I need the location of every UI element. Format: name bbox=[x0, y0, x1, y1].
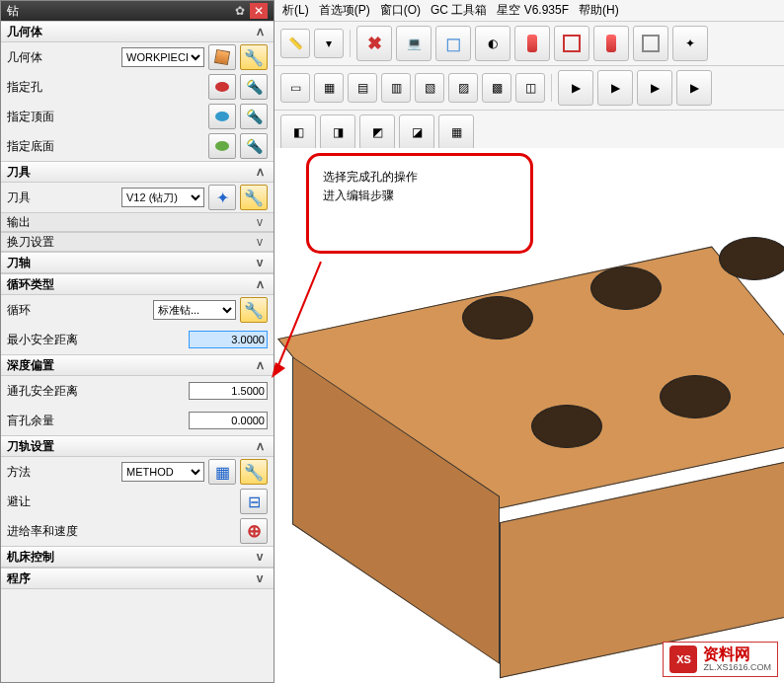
tb2-h-icon[interactable]: ◫ bbox=[515, 73, 545, 103]
fit-view-icon[interactable]: ✖ bbox=[356, 26, 392, 61]
specify-topface-flash-button[interactable]: 🔦 bbox=[240, 104, 268, 129]
row-through-safe: 通孔安全距离 bbox=[1, 376, 274, 406]
section-program-label: 程序 bbox=[7, 570, 31, 587]
specify-topface-icon[interactable] bbox=[208, 104, 236, 129]
row-cycle: 循环 标准钻... 🔧 bbox=[1, 295, 274, 325]
specify-botface-flash-button[interactable]: 🔦 bbox=[240, 133, 268, 159]
specify-hole-icon[interactable] bbox=[208, 74, 236, 100]
row-toolchange[interactable]: 换刀设置 v bbox=[1, 232, 274, 252]
tb3-a-icon[interactable]: ◧ bbox=[280, 114, 316, 150]
section-cycle-header[interactable]: 循环类型 ʌ bbox=[1, 273, 274, 295]
flag1-icon[interactable]: ▶ bbox=[558, 70, 593, 106]
sphere-icon[interactable]: ◐ bbox=[475, 26, 510, 61]
tool-new-button[interactable]: ✦ bbox=[208, 185, 236, 210]
blind-stock-label: 盲孔余量 bbox=[7, 413, 185, 429]
tb3-c-icon[interactable]: ◩ bbox=[359, 114, 395, 150]
box-grey-icon[interactable] bbox=[633, 26, 668, 61]
menu-help[interactable]: 帮助(H) bbox=[579, 2, 619, 19]
annotation-line1: 选择完成孔的操作 bbox=[323, 168, 516, 187]
safe-distance-input[interactable] bbox=[189, 331, 268, 348]
annotation-line2: 进入编辑步骤 bbox=[323, 187, 516, 205]
csys-icon[interactable]: ✦ bbox=[672, 26, 708, 61]
toolbar-2: ▭ ▦ ▤ ▥ ▧ ▨ ▩ ◫ ▶ ▶ ▶ ▶ bbox=[274, 66, 784, 111]
chevron-up-icon: ʌ bbox=[252, 439, 268, 453]
cycle-edit-button[interactable]: 🔧 bbox=[240, 297, 268, 323]
menu-gc-toolbox[interactable]: GC 工具箱 bbox=[431, 2, 487, 19]
feed-label: 进给率和速度 bbox=[7, 523, 236, 540]
tool-select[interactable]: V12 (钻刀) bbox=[121, 188, 204, 207]
specify-botface-label: 指定底面 bbox=[7, 138, 204, 155]
cylinder-red2-icon[interactable] bbox=[593, 26, 629, 61]
tb2-a-icon[interactable]: ▭ bbox=[280, 73, 310, 103]
menu-analyze[interactable]: 析(L) bbox=[282, 2, 309, 19]
laptop-icon[interactable]: 💻 bbox=[396, 26, 431, 61]
row-output[interactable]: 输出 v bbox=[1, 212, 274, 232]
geometry-body-label: 几何体 bbox=[7, 49, 118, 66]
dropdown-icon[interactable]: ▾ bbox=[314, 29, 344, 58]
cycle-select[interactable]: 标准钻... bbox=[153, 300, 236, 320]
section-tool-label: 刀具 bbox=[7, 164, 31, 181]
tb3-e-icon[interactable]: ▦ bbox=[438, 114, 474, 150]
tb2-d-icon[interactable]: ▥ bbox=[381, 73, 411, 103]
section-depth-header[interactable]: 深度偏置 ʌ bbox=[1, 354, 274, 376]
tb2-b-icon[interactable]: ▦ bbox=[314, 73, 344, 103]
menu-star[interactable]: 星空 V6.935F bbox=[497, 2, 569, 19]
section-program-header[interactable]: 程序 v bbox=[1, 568, 274, 589]
geometry-body-select[interactable]: WORKPIECE bbox=[121, 47, 204, 67]
tb2-c-icon[interactable]: ▤ bbox=[348, 73, 377, 103]
blind-stock-input[interactable] bbox=[189, 412, 268, 429]
section-path-header[interactable]: 刀轨设置 ʌ bbox=[1, 435, 274, 457]
method-edit-button[interactable]: 🔧 bbox=[240, 459, 268, 485]
gear-icon[interactable]: ✿ bbox=[232, 3, 248, 19]
chevron-up-icon: ʌ bbox=[252, 277, 268, 291]
section-axis-header[interactable]: 刀轴 v bbox=[1, 252, 274, 273]
tb3-b-icon[interactable]: ◨ bbox=[320, 114, 355, 150]
ruler-icon[interactable]: 📏 bbox=[280, 29, 310, 58]
method-select[interactable]: METHOD bbox=[121, 462, 204, 482]
tb3-d-icon[interactable]: ◪ bbox=[399, 114, 434, 150]
hole-icon bbox=[590, 266, 662, 310]
annotation-box: 选择完成孔的操作 进入编辑步骤 bbox=[306, 153, 533, 254]
workpiece-block bbox=[353, 276, 768, 612]
tb2-g-icon[interactable]: ▩ bbox=[482, 73, 511, 103]
geometry-body-edit-button[interactable]: 🔧 bbox=[240, 44, 268, 70]
geometry-body-icon[interactable] bbox=[208, 44, 236, 70]
flag3-icon[interactable]: ▶ bbox=[637, 70, 672, 106]
row-blind-stock: 盲孔余量 bbox=[1, 406, 274, 435]
toolbar-1: 📏 ▾ ✖ 💻 ◻ ◐ ✦ bbox=[274, 22, 784, 66]
flag4-icon[interactable]: ▶ bbox=[676, 70, 712, 106]
row-feed: 进给率和速度 ⊕ bbox=[1, 516, 274, 546]
avoid-button[interactable]: ⊟ bbox=[240, 489, 268, 514]
watermark-logo-icon: XS bbox=[669, 645, 697, 673]
tb2-e-icon[interactable]: ▧ bbox=[415, 73, 444, 103]
main-viewport: 析(L) 首选项(P) 窗口(O) GC 工具箱 星空 V6.935F 帮助(H… bbox=[274, 0, 784, 683]
cylinder-red-icon[interactable] bbox=[514, 26, 550, 61]
flag2-icon[interactable]: ▶ bbox=[597, 70, 633, 106]
section-machine-header[interactable]: 机床控制 v bbox=[1, 546, 274, 568]
feed-button[interactable]: ⊕ bbox=[240, 518, 268, 544]
chevron-down-icon: v bbox=[252, 550, 268, 564]
safe-distance-label: 最小安全距离 bbox=[7, 332, 185, 348]
specify-hole-flash-button[interactable]: 🔦 bbox=[240, 74, 268, 100]
tool-edit-button[interactable]: 🔧 bbox=[240, 185, 268, 210]
section-tool-header[interactable]: 刀具 ʌ bbox=[1, 161, 274, 183]
box-red-icon[interactable] bbox=[554, 26, 589, 61]
section-path-label: 刀轨设置 bbox=[7, 438, 54, 455]
cube-icon[interactable]: ◻ bbox=[435, 26, 471, 61]
hole-icon bbox=[660, 375, 731, 418]
menu-window[interactable]: 窗口(O) bbox=[380, 2, 421, 19]
section-geometry-header[interactable]: 几何体 ʌ bbox=[1, 21, 274, 42]
row-safe-distance: 最小安全距离 bbox=[1, 325, 274, 354]
chevron-down-icon: v bbox=[252, 571, 268, 585]
method-icon[interactable]: ▦ bbox=[208, 459, 236, 485]
watermark-name: 资料网 bbox=[703, 645, 771, 663]
through-safe-input[interactable] bbox=[189, 382, 268, 400]
dialog-title: 钻 bbox=[7, 3, 19, 20]
close-icon[interactable]: ✕ bbox=[250, 3, 268, 19]
menubar: 析(L) 首选项(P) 窗口(O) GC 工具箱 星空 V6.935F 帮助(H… bbox=[274, 0, 784, 22]
dialog-titlebar: 钻 ✿ ✕ bbox=[1, 1, 274, 21]
specify-botface-icon[interactable] bbox=[208, 133, 236, 159]
tb2-f-icon[interactable]: ▨ bbox=[448, 73, 478, 103]
menu-preferences[interactable]: 首选项(P) bbox=[319, 2, 370, 19]
output-label: 输出 bbox=[7, 214, 31, 231]
